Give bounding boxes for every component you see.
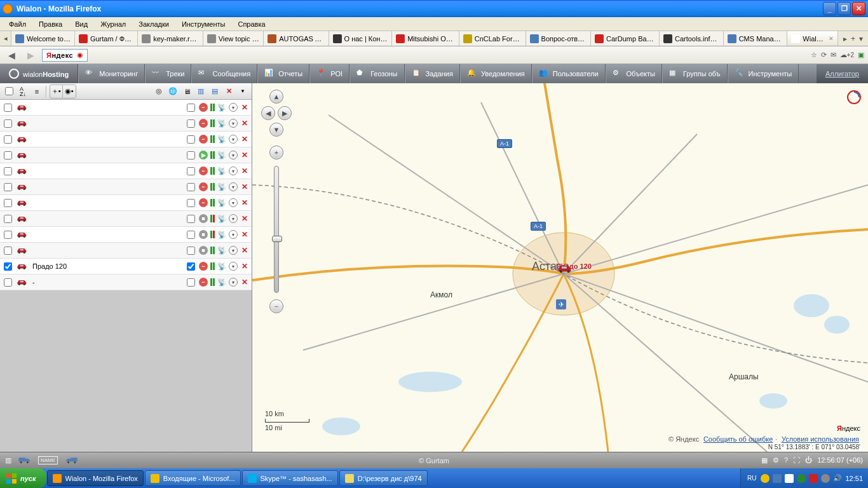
close-button[interactable]: ✕: [852, 2, 865, 15]
unit-track-checkbox[interactable]: [187, 247, 195, 255]
globe-icon[interactable]: 🌐: [166, 85, 179, 98]
menu-инструменты[interactable]: Инструменты: [177, 19, 231, 29]
tray-icon[interactable]: [761, 474, 770, 483]
taskbar-task[interactable]: Входящие - Microsof...: [145, 470, 241, 486]
tab-list-button[interactable]: ▾: [859, 34, 863, 43]
unit-row[interactable]: ▶📡▾✕: [0, 147, 252, 163]
browser-tab[interactable]: CarDump Bas...: [591, 31, 660, 46]
browser-tab[interactable]: CMS Manager: [724, 31, 788, 46]
unit-row[interactable]: −📡▾✕: [0, 132, 252, 147]
nav-Отчеты[interactable]: 📊Отчеты: [257, 64, 309, 83]
unit-track-checkbox[interactable]: [187, 231, 195, 239]
bottom-sidebar-toggle[interactable]: ▥: [5, 456, 11, 464]
unit-track-checkbox[interactable]: [187, 151, 195, 159]
unit-dropdown-icon[interactable]: ▾: [229, 103, 238, 112]
nav-Треки[interactable]: 〰Треки: [145, 64, 191, 83]
unit-remove-icon[interactable]: ✕: [240, 262, 249, 271]
taskbar-task[interactable]: Skype™ - sashasash...: [242, 470, 338, 486]
unit-remove-icon[interactable]: ✕: [240, 166, 249, 175]
browser-tab[interactable]: View topic -...: [203, 31, 264, 46]
tray-icon[interactable]: [785, 474, 794, 483]
taskbar-task[interactable]: D:\резерв дис д\974: [339, 470, 428, 486]
nav-POI[interactable]: 📍POI: [309, 64, 349, 83]
nav-Объекты[interactable]: ⚙Объекты: [606, 64, 662, 83]
map-pan-down[interactable]: ▼: [269, 123, 283, 137]
browser-tab[interactable]: Welcome to ...: [11, 31, 75, 46]
nav-Геозоны[interactable]: ⬟Геозоны: [349, 64, 404, 83]
unit-track-checkbox[interactable]: [187, 135, 195, 144]
unit-select-checkbox[interactable]: [4, 151, 12, 159]
unit-remove-icon[interactable]: ✕: [240, 278, 249, 287]
addon-icon[interactable]: ▣: [858, 51, 864, 59]
unit-row[interactable]: −📡▾✕: [0, 179, 252, 195]
unit-remove-icon[interactable]: ✕: [240, 151, 249, 159]
add-plus-icon[interactable]: ＋▪: [50, 85, 63, 98]
browser-tab[interactable]: Mitsubishi Ou...: [392, 31, 459, 46]
unit-select-checkbox[interactable]: [4, 247, 12, 255]
unit-select-checkbox[interactable]: [4, 278, 12, 287]
menu-файл[interactable]: Файл: [4, 19, 31, 29]
report-error-link[interactable]: Сообщить об ошибке: [703, 435, 773, 443]
report-icon[interactable]: ▤: [208, 85, 221, 98]
unit-select-checkbox[interactable]: [4, 231, 12, 239]
browser-tab[interactable]: О нас | Конт...: [329, 31, 393, 46]
browser-tab[interactable]: Cartools.info...: [660, 31, 724, 46]
map-pane[interactable]: A-1 A-1 ✈ Астана Акмол Аршалы Прадо 120 …: [252, 83, 868, 452]
unit-dropdown-icon[interactable]: ▾: [229, 278, 238, 287]
browser-tab[interactable]: Gurtam / Фо...: [75, 31, 138, 46]
unit-remove-icon[interactable]: ✕: [240, 135, 249, 144]
browser-tab[interactable]: Wialon✕: [787, 31, 838, 46]
unit-row[interactable]: −📡▾✕: [0, 195, 252, 211]
map-follow-icon[interactable]: ◎: [153, 85, 165, 98]
bottom-logout-icon[interactable]: ⏻: [805, 456, 812, 464]
clear-all-icon[interactable]: ✕: [222, 85, 235, 98]
menu-правка[interactable]: Правка: [34, 19, 67, 29]
menu-журнал[interactable]: Журнал: [95, 19, 131, 29]
unit-track-checkbox[interactable]: [187, 183, 195, 191]
unit-dropdown-icon[interactable]: ▾: [229, 135, 238, 144]
unit-row[interactable]: −📡▾✕: [0, 163, 252, 179]
terms-link[interactable]: Условия использования: [782, 435, 859, 443]
sort-az-icon[interactable]: AZ↓: [17, 85, 29, 98]
nav-Инструменты[interactable]: 🔧Инструменты: [728, 64, 799, 83]
unit-dropdown-icon[interactable]: ▾: [229, 119, 238, 128]
bookmark-star-icon[interactable]: ☆: [811, 51, 817, 59]
nav-back-button[interactable]: ◀: [4, 48, 19, 63]
unit-row[interactable]: −📡▾✕: [0, 100, 252, 116]
tray-icon[interactable]: [809, 474, 818, 483]
unit-dropdown-icon[interactable]: ▾: [229, 214, 238, 223]
bottom-fullscreen-icon[interactable]: ⛶: [793, 456, 800, 464]
search-go-icon[interactable]: ◉: [77, 51, 83, 59]
tray-icon[interactable]: [797, 474, 806, 483]
unit-map-marker[interactable]: Прадо 120: [556, 262, 592, 270]
sensor-icon[interactable]: 🖥: [180, 85, 193, 98]
unit-track-checkbox[interactable]: [187, 278, 195, 287]
unit-select-checkbox[interactable]: [4, 215, 12, 223]
bottom-help-icon[interactable]: ?: [784, 456, 788, 464]
unit-row[interactable]: Прадо 120−📡▾✕: [0, 259, 252, 274]
browser-tab[interactable]: AUTOGAS A...: [264, 31, 329, 46]
list-view-icon[interactable]: ≡: [31, 85, 43, 98]
browser-tab[interactable]: Вопрос-отве...: [526, 31, 591, 46]
nav-Пользователи[interactable]: 👥Пользователи: [532, 64, 606, 83]
unit-remove-icon[interactable]: ✕: [240, 103, 249, 112]
nav-Сообщения[interactable]: ✉Сообщения: [191, 64, 257, 83]
unit-remove-icon[interactable]: ✕: [240, 198, 249, 207]
unit-row[interactable]: -−📡▾✕: [0, 274, 252, 290]
bottom-settings-icon[interactable]: ⚙: [773, 456, 779, 464]
new-tab-button[interactable]: +: [851, 34, 855, 43]
copyright-link[interactable]: © Gurtam: [419, 457, 449, 464]
weather-icon[interactable]: ☁+2: [840, 51, 854, 59]
dropdown-icon[interactable]: ▼: [236, 85, 249, 98]
unit-remove-icon[interactable]: ✕: [240, 214, 249, 223]
unit-dropdown-icon[interactable]: ▾: [229, 166, 238, 175]
nav-forward-button[interactable]: ▶: [23, 48, 38, 63]
tray-icon[interactable]: [773, 474, 782, 483]
tab-close-icon[interactable]: ✕: [829, 36, 834, 42]
unit-dropdown-icon[interactable]: ▾: [229, 151, 238, 159]
bottom-name-icon[interactable]: NAME: [38, 456, 58, 464]
unit-row[interactable]: ■📡▾✕: [0, 243, 252, 259]
start-button[interactable]: пуск: [0, 468, 46, 488]
maximize-button[interactable]: ❐: [837, 2, 851, 15]
user-account-link[interactable]: Аллигатор: [817, 64, 868, 83]
